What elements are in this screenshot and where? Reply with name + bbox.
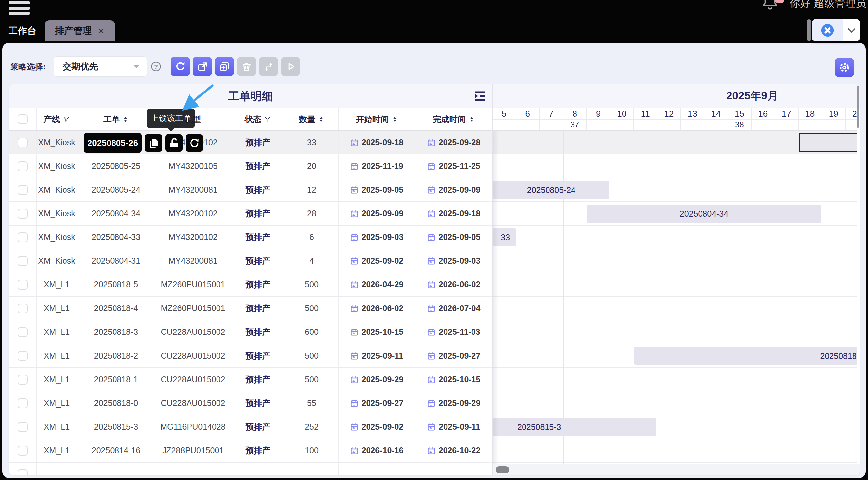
gantt-week bbox=[587, 120, 610, 130]
table-row[interactable]: XM_L120250818-5MZ260PU015001预排产5002026-0… bbox=[9, 273, 492, 297]
table-row[interactable]: XM_Kiosk20250805-26MY43200102预排产332025-0… bbox=[9, 131, 492, 154]
unlock-row-button[interactable] bbox=[165, 134, 183, 152]
column-header-7[interactable]: 完成时间 bbox=[415, 108, 492, 130]
collapse-panel-icon[interactable] bbox=[473, 90, 487, 103]
help-icon[interactable]: ? bbox=[150, 61, 161, 72]
settings-button[interactable] bbox=[835, 58, 854, 77]
calendar-icon bbox=[427, 352, 436, 360]
cell-status: 预排产 bbox=[246, 350, 271, 361]
filter-icon[interactable] bbox=[264, 116, 271, 123]
widget-close-button[interactable] bbox=[812, 19, 843, 41]
table-row[interactable]: XM_Kiosk20250804-34MY43200102预排产282025-0… bbox=[9, 202, 492, 226]
widget-drag-handle[interactable] bbox=[807, 20, 811, 41]
row-checkbox[interactable] bbox=[18, 470, 28, 476]
gantt-selection-box[interactable] bbox=[799, 133, 857, 152]
copy-plus-button[interactable] bbox=[215, 57, 234, 76]
sort-icon[interactable] bbox=[469, 116, 475, 122]
calendar-icon bbox=[350, 375, 359, 384]
table-row[interactable]: XM_L120250815-3MG116PU014028预排产2522025-0… bbox=[9, 415, 492, 439]
row-checkbox[interactable] bbox=[18, 233, 28, 242]
widget-expand-button[interactable] bbox=[843, 19, 860, 41]
filter-icon[interactable] bbox=[63, 116, 70, 123]
gantt-week-header: 3738 bbox=[493, 120, 857, 131]
gantt-day: 12 bbox=[657, 108, 681, 120]
column-header-1[interactable]: 产线 bbox=[36, 108, 77, 130]
table-row[interactable]: XM_Kiosk20250804-31MY43200081预排产42025-09… bbox=[9, 249, 492, 273]
tab-0[interactable]: 工作台 bbox=[0, 21, 45, 41]
gantt-bar[interactable]: 20250805-24 bbox=[493, 181, 609, 199]
scrollbar-thumb[interactable] bbox=[496, 466, 509, 473]
table-row[interactable]: XM_L120250814-16JZ288PU015001预排产1002026-… bbox=[9, 439, 492, 462]
row-checkbox[interactable] bbox=[18, 209, 28, 219]
gantt-bar[interactable]: 20250815-3 bbox=[493, 418, 656, 436]
row-checkbox[interactable] bbox=[18, 138, 28, 148]
gantt-week bbox=[539, 120, 563, 130]
row-checkbox[interactable] bbox=[18, 327, 28, 337]
date-value: 2025-09-05 bbox=[439, 233, 481, 242]
row-checkbox[interactable] bbox=[18, 446, 28, 456]
cell-status: 预排产 bbox=[246, 421, 271, 432]
cell-qty: 6 bbox=[309, 233, 314, 242]
table-row[interactable]: XM_L120250818-4MZ260PU015001预排产5002026-0… bbox=[9, 297, 492, 320]
gantt-vertical-scrollbar[interactable] bbox=[857, 86, 860, 128]
column-header-2[interactable]: 工单 bbox=[77, 108, 155, 130]
table-row[interactable]: XM_Kiosk20250804-33MY43200102预排产62025-09… bbox=[9, 226, 492, 249]
copy-row-button[interactable] bbox=[145, 134, 162, 152]
tab-1[interactable]: 排产管理✕ bbox=[45, 21, 115, 41]
table-row[interactable]: XM_L120250818-0CU228AU015002预排产552025-09… bbox=[9, 391, 492, 415]
sort-icon[interactable] bbox=[392, 116, 398, 122]
table-title: 工单明细 bbox=[9, 84, 492, 108]
cell-order: 20250818-0 bbox=[94, 398, 138, 408]
tab-close-icon[interactable]: ✕ bbox=[98, 26, 105, 36]
cell-order: 20250804-34 bbox=[92, 209, 140, 218]
gantt-row bbox=[493, 226, 857, 249]
row-checkbox[interactable] bbox=[18, 256, 28, 266]
cell-qty: 55 bbox=[307, 398, 316, 408]
cell-order: 20250814-16 bbox=[92, 446, 140, 455]
play-button[interactable] bbox=[281, 57, 300, 76]
cell-order: 20250805-24 bbox=[92, 185, 140, 194]
gantt-row bbox=[493, 368, 857, 391]
menu-icon[interactable] bbox=[8, 1, 30, 17]
export-button[interactable] bbox=[193, 57, 212, 76]
gantt-horizontal-scrollbar[interactable] bbox=[493, 464, 860, 475]
table-row[interactable]: XM_Kiosk20250805-25MY43200105预排产202025-1… bbox=[9, 154, 492, 178]
gantt-bar[interactable]: 20250804-34 bbox=[587, 205, 821, 222]
strategy-select[interactable]: 交期优先 bbox=[54, 56, 147, 77]
table-row[interactable] bbox=[9, 462, 492, 475]
row-checkbox[interactable] bbox=[18, 303, 28, 313]
table-row[interactable]: XM_L120250818-1CU228AU015002预排产5002025-0… bbox=[9, 368, 492, 391]
calendar-icon bbox=[427, 257, 436, 265]
tab-label: 工作台 bbox=[8, 25, 36, 37]
gantt-bar[interactable]: -33 bbox=[493, 229, 516, 246]
gantt-bar-label: -33 bbox=[498, 233, 510, 242]
column-header-4[interactable]: 状态 bbox=[231, 108, 285, 130]
select-all-checkbox[interactable] bbox=[18, 114, 28, 124]
refresh-row-button[interactable] bbox=[186, 134, 203, 152]
row-checkbox[interactable] bbox=[18, 422, 28, 432]
row-checkbox[interactable] bbox=[18, 374, 28, 385]
sort-icon[interactable] bbox=[318, 116, 324, 122]
table-row[interactable]: XM_L120250818-3CU228AU015002预排产6002025-1… bbox=[9, 320, 492, 344]
trash-button[interactable] bbox=[237, 57, 256, 76]
swap-button[interactable] bbox=[259, 57, 278, 76]
gantt-week bbox=[846, 120, 857, 130]
row-checkbox[interactable] bbox=[18, 280, 28, 290]
table-row[interactable]: XM_L120250818-2CU228AU015002预排产5002025-0… bbox=[9, 344, 492, 368]
table-row[interactable]: XM_Kiosk20250805-24MY43200081预排产122025-0… bbox=[9, 178, 492, 202]
row-checkbox[interactable] bbox=[18, 161, 28, 171]
column-header-5[interactable]: 数量 bbox=[285, 108, 339, 130]
row-checkbox[interactable] bbox=[18, 185, 28, 195]
sort-icon[interactable] bbox=[122, 116, 129, 122]
close-circle-icon bbox=[820, 23, 834, 37]
gantt-row bbox=[493, 297, 857, 320]
row-checkbox[interactable] bbox=[18, 398, 28, 408]
gantt-week bbox=[775, 120, 799, 130]
cell-order: 20250818-5 bbox=[94, 280, 138, 290]
row-checkbox[interactable] bbox=[18, 351, 28, 361]
calendar-icon bbox=[427, 423, 436, 431]
refresh-button[interactable] bbox=[171, 57, 190, 76]
gantt-bar[interactable]: 20250818-2 bbox=[634, 347, 857, 365]
column-header-6[interactable]: 开始时间 bbox=[339, 108, 415, 130]
calendar-icon bbox=[350, 280, 359, 289]
